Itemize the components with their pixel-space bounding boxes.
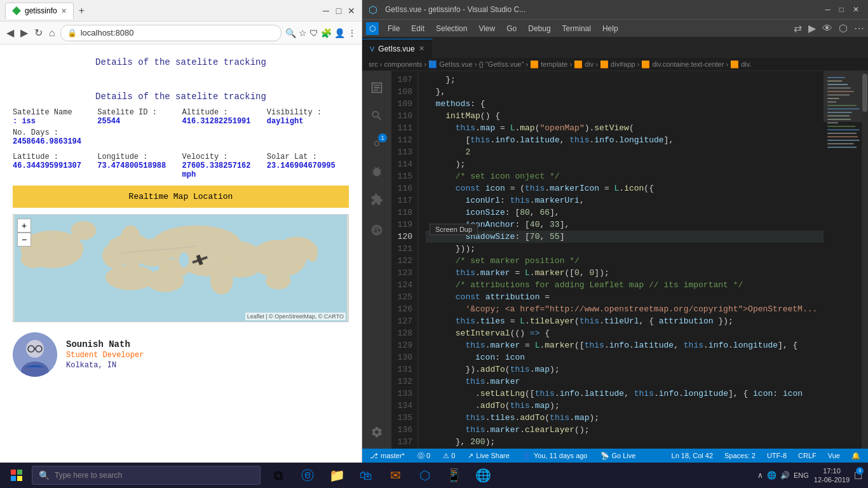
menu-go[interactable]: Go [501,23,522,34]
menu-debug[interactable]: Debug [523,23,555,34]
map-container: + − [13,214,349,322]
svg-point-13 [132,254,139,269]
vscode-minimize-button[interactable]: ─ [822,5,833,14]
tab-close-button[interactable]: ✕ [61,7,67,15]
play-icon[interactable]: ▶ [808,22,816,34]
sat-name-value: : iss [13,117,95,126]
warnings-text: ⚠ 0 [443,452,455,460]
vscode-taskbar-item[interactable]: ⬡ [410,463,438,488]
bell-icon: 🔔 [851,452,860,460]
extensions-icon[interactable] [365,188,388,211]
shield-button[interactable]: 🛡 [309,28,318,38]
scrollbar-thumb[interactable] [862,74,867,112]
menu-view[interactable]: View [473,23,500,34]
explorer-icon[interactable] [365,76,388,99]
file-explorer-taskbar-item[interactable]: 📁 [323,463,351,488]
code-line-124: /* attributions for adding Leaflet map /… [426,279,824,291]
edge-taskbar-item[interactable]: ⓔ [294,463,322,488]
realtime-map-button[interactable]: Realtime Map Location [13,186,349,208]
close-button[interactable]: ✕ [346,6,356,16]
svg-point-12 [146,269,184,292]
spaces-status[interactable]: Spaces: 2 [722,449,758,463]
svg-point-17 [210,267,233,294]
browser-tab[interactable]: getissinfo ✕ [5,3,74,19]
system-clock[interactable]: 17:10 12-06-2019 [814,466,850,485]
vscode-close-button[interactable]: ✕ [850,5,862,14]
taskbar-search-box[interactable]: 🔍 Type here to search [32,466,261,485]
golive-status[interactable]: 📡 Go Live [598,449,639,463]
code-line-125: const attribution = [426,291,824,303]
notification-button[interactable]: □ 3 [855,469,862,482]
warnings-status[interactable]: ⚠ 0 [440,449,458,463]
git-blame-status[interactable]: 👤 You, 11 days ago [520,449,590,463]
menu-terminal[interactable]: Terminal [557,23,596,34]
bell-status[interactable]: 🔔 [849,449,863,463]
maximize-button[interactable]: □ [334,6,344,16]
new-tab-button[interactable]: + [76,5,87,17]
profile-button[interactable]: 👤 [334,28,345,38]
code-line-138: } [426,448,824,449]
taskbar-search-text: Type here to search [55,471,122,480]
store-taskbar-item[interactable]: 🛍 [352,463,380,488]
browser-content: Details of the satelite tracking Details… [0,44,362,463]
menu-file[interactable]: File [383,23,405,34]
search-button[interactable]: 🔍 [285,28,296,38]
minimize-button[interactable]: ─ [321,6,331,16]
menu-selection[interactable]: Selection [431,23,472,34]
reload-button[interactable]: ↻ [33,27,44,39]
browser-window-controls: ─ □ ✕ [321,6,356,16]
language-status[interactable]: Vue [825,449,843,463]
mail-taskbar-item[interactable]: ✉ [381,463,409,488]
source-control-icon[interactable]: 1 [365,132,388,155]
svg-rect-60 [11,476,16,481]
line-num-126: 126 [391,303,412,315]
ln-col-status[interactable]: Ln 18, Col 42 [669,449,715,463]
network-icon[interactable]: 🌐 [767,471,776,480]
vel-label: Velocity : [182,152,264,161]
errors-status[interactable]: ⓪ 0 [415,449,433,463]
chrome-taskbar-item[interactable]: 🌐 [469,463,497,488]
speaker-icon[interactable]: 🔊 [780,471,790,480]
phone-taskbar-item[interactable]: 📱 [440,463,468,488]
encoding-status[interactable]: UTF-8 [764,449,789,463]
eye-icon[interactable]: 👁 [822,23,832,34]
more-icon[interactable]: ⋯ [854,22,864,34]
liveshare-status[interactable]: ↗ Live Share [465,449,512,463]
vscode-tab-getiss[interactable]: V GetIss.vue ✕ [362,39,433,58]
tab-close-icon[interactable]: ✕ [419,44,424,53]
chevron-icon[interactable]: ∧ [757,471,763,480]
vscode-maximize-button[interactable]: □ [837,5,846,14]
taskview-button[interactable]: ⧉ [264,463,292,488]
code-editor[interactable]: }; }, methods: { initMap() { this.map = … [418,71,824,449]
line-num-136: 136 [391,424,412,436]
extensions-button[interactable]: 🧩 [321,28,332,38]
minimap-slider[interactable] [824,71,862,122]
remote-icon[interactable] [365,219,388,241]
address-input[interactable]: 🔒 localhost:8080 [60,25,281,41]
git-branch-status[interactable]: ⎇ master* [367,449,407,463]
debug-icon[interactable] [365,160,388,183]
sat-id-label: Satelite ID : [97,108,179,117]
line-num-110: 110 [391,110,412,122]
menu-button[interactable]: ⋮ [348,28,356,38]
vscode-editor-main: 1 [362,71,868,449]
editor-scrollbar[interactable] [862,71,868,449]
forward-button[interactable]: ▶ [19,27,29,39]
start-button[interactable] [3,463,31,488]
settings-icon[interactable] [365,421,388,444]
menu-edit[interactable]: Edit [406,23,430,34]
line-ending-status[interactable]: CRLF [796,449,819,463]
back-button[interactable]: ◀ [5,27,15,39]
home-button[interactable]: ⌂ [48,27,57,39]
solar-label: Solar Lat : [267,152,349,161]
lang-text[interactable]: ENG [794,471,809,479]
menu-help[interactable]: Help [597,23,623,34]
line-num-134: 134 [391,400,412,412]
zoom-out-button[interactable]: − [17,233,31,247]
bookmark-button[interactable]: ☆ [299,28,307,38]
search-icon[interactable] [365,104,388,127]
zoom-in-button[interactable]: + [17,219,31,233]
sync-icon[interactable]: ⇄ [794,22,802,34]
puzzle-icon[interactable]: ⬡ [839,22,848,34]
line-num-123: 123 [391,267,412,279]
